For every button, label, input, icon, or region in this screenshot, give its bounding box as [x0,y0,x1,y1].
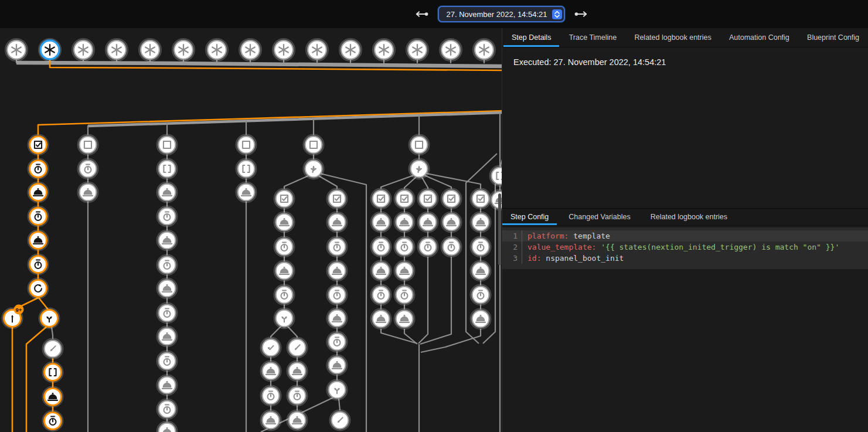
trace-node-service[interactable] [28,230,49,251]
trace-node-checkbox-marked[interactable] [371,189,392,209]
trace-node-timer[interactable] [157,303,178,324]
trace-node-service[interactable] [157,182,178,203]
trace-node-service[interactable] [471,212,491,233]
trace-node-checkbox-blank[interactable] [409,135,430,155]
trace-node-timer[interactable] [471,237,491,257]
trace-node-service[interactable] [371,309,392,329]
trace-node-timer[interactable] [327,237,348,257]
tab-changed-variables[interactable]: Changed Variables [560,209,638,225]
trace-node-service[interactable] [78,182,98,203]
trace-node-service[interactable] [418,212,438,233]
trace-node-timer[interactable] [274,237,295,257]
trace-node-service[interactable] [327,355,348,376]
trace-node-service[interactable] [394,309,415,329]
trace-node-timer[interactable] [394,285,415,305]
trace-node-arrow-bottom-left[interactable] [330,410,350,431]
tab-blueprint-config[interactable]: Blueprint Config [799,28,867,47]
trace-node-service[interactable] [157,278,178,299]
trace-node-checkbox-blank[interactable] [78,135,98,155]
trace-node-timer[interactable] [394,237,415,257]
trace-node-asterisk[interactable] [72,39,94,61]
trace-node-timer[interactable] [327,285,348,305]
trace-node-brackets[interactable] [157,159,178,179]
trace-node-checkbox-marked[interactable] [394,189,415,209]
trace-node-brackets[interactable] [236,159,257,179]
trace-node-service[interactable] [261,361,281,382]
trace-node-asterisk[interactable] [306,39,328,61]
trace-node-service[interactable] [261,410,281,431]
trace-node-asterisk[interactable] [473,39,495,61]
trace-node-timer[interactable] [261,386,281,406]
tab-related-logbook-entries[interactable]: Related logbook entries [642,209,736,225]
trace-node-checkbox-blank[interactable] [157,135,178,155]
trace-node-service[interactable] [157,421,178,432]
trace-node-service[interactable] [327,261,348,281]
trace-node-checkbox-marked[interactable] [441,189,462,209]
trace-node-asterisk[interactable] [373,39,395,61]
trace-run-select[interactable]: 27. November 2022, 14:54:21 [438,6,564,22]
trace-node-brackets[interactable] [43,362,63,383]
trace-node-timer[interactable] [78,159,98,179]
trace-node-asterisk[interactable] [440,39,462,61]
trace-node-check-arrow[interactable] [261,338,281,358]
tab-step-config[interactable]: Step Config [502,209,557,225]
previous-run-icon[interactable] [414,6,430,22]
trace-node-asterisk[interactable] [172,39,195,61]
trace-node-asterisk[interactable] [206,39,228,61]
trace-node-fork[interactable] [39,308,60,329]
trace-node-arrow-bottom-left[interactable] [287,338,308,358]
trace-node-checkbox-blank[interactable] [236,135,257,155]
trace-node-timer[interactable] [43,411,63,431]
trace-node-asterisk[interactable] [39,39,61,61]
trace-node-service[interactable] [157,375,178,396]
trace-node-timer[interactable] [441,237,462,257]
code-editor[interactable]: 1platform: template2value_template: '{{ … [502,227,868,269]
tab-trace-timeline[interactable]: Trace Timeline [561,28,625,47]
tab-step-details[interactable]: Step Details [503,28,559,47]
trace-node-service[interactable] [327,308,348,329]
trace-node-service[interactable] [441,212,462,233]
trace-node-service[interactable] [43,387,63,407]
trace-node-checkbox-marked[interactable] [471,189,491,209]
trace-node-checkbox-marked[interactable] [274,189,295,209]
trace-node-service[interactable] [471,309,491,329]
next-run-icon[interactable] [573,6,588,22]
trace-node-asterisk[interactable] [139,39,161,61]
tab-automation-config[interactable]: Automation Config [721,28,798,47]
trace-node-timer[interactable] [28,159,49,179]
tab-related-logbook-entries[interactable]: Related logbook entries [626,28,719,47]
trace-node-service[interactable] [157,230,178,251]
trace-node-asterisk[interactable] [406,39,428,61]
trace-node-timer[interactable] [327,332,348,352]
trace-node-service[interactable] [394,212,415,233]
trace-node-timer[interactable] [471,285,491,305]
trace-node-arrow-bottom-left[interactable] [43,339,63,359]
trace-node-timer[interactable] [157,399,178,420]
trace-node-timer[interactable] [157,255,178,275]
trace-node-timer[interactable] [287,386,308,406]
trace-node-choose[interactable] [409,159,430,179]
trace-node-checkbox-blank[interactable] [304,135,324,155]
trace-node-service[interactable] [287,361,308,382]
trace-node-timer[interactable] [418,237,438,257]
trace-node-service[interactable] [274,261,295,281]
trace-node-asterisk[interactable] [273,39,295,61]
trace-node-timer[interactable] [28,254,49,275]
trace-node-service[interactable] [287,410,308,431]
trace-node-repeat[interactable] [28,278,49,299]
trace-node-service[interactable] [236,182,257,203]
trace-node-checkbox-marked[interactable] [28,135,49,155]
trace-node-service[interactable] [371,261,392,281]
trace-node-timer[interactable] [157,351,178,372]
trace-node-service[interactable] [274,212,295,233]
trace-node-timer[interactable] [28,206,49,227]
trace-node-service[interactable] [471,261,491,281]
trace-node-asterisk[interactable] [5,39,28,61]
trace-node-timer[interactable] [157,206,178,227]
trace-node-service[interactable] [157,326,178,347]
trace-node-checkbox-marked[interactable] [327,189,348,209]
trace-node-fork[interactable] [274,308,295,329]
trace-node-service[interactable] [28,182,49,203]
trace-node-asterisk[interactable] [105,39,128,61]
trace-node-service[interactable] [394,261,415,281]
